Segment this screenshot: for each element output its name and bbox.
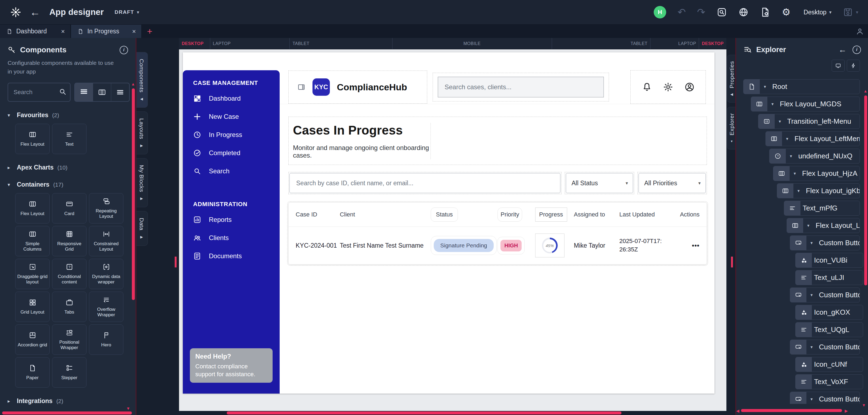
profile-icon[interactable]: [684, 82, 695, 92]
page-head-block[interactable]: Cases In Progress Monitor and manage ong…: [288, 117, 707, 165]
info-icon[interactable]: i: [120, 46, 128, 54]
canvas-resize-handle-left[interactable]: [175, 257, 177, 267]
draft-caret-icon[interactable]: ▾: [137, 9, 139, 15]
app-header-brand-block[interactable]: KYC ComplianceHub: [288, 70, 427, 104]
panel-separator[interactable]: [735, 38, 736, 415]
panel-separator[interactable]: [135, 38, 136, 415]
close-icon[interactable]: ×: [61, 28, 65, 35]
case-search-input[interactable]: [289, 173, 560, 193]
rail-tab-explorer[interactable]: Explorer▾: [727, 107, 736, 150]
component-card-simple-columns[interactable]: Simple Columns: [15, 226, 50, 256]
tree-node-custom-button-wb[interactable]: ▾Custom Button_wB: [790, 288, 860, 302]
tree-node-undefined-nuxq[interactable]: ?▾undefined_NUxQ: [769, 149, 860, 164]
chevron-down-icon[interactable]: ▾: [775, 114, 785, 129]
app-search-input[interactable]: [438, 77, 604, 97]
rail-tab-properties[interactable]: Properties◀: [727, 55, 736, 102]
component-card-stepper[interactable]: Stepper: [52, 357, 87, 388]
undo-icon[interactable]: ↶: [678, 7, 686, 17]
save-icon[interactable]: [843, 7, 853, 18]
component-card-hero[interactable]: Hero: [89, 324, 123, 355]
breakpoint-desktop-6[interactable]: DESKTOP: [699, 38, 726, 49]
chevron-down-icon[interactable]: ▾: [767, 97, 778, 111]
priority-filter-dropdown[interactable]: All Priorities▾: [639, 173, 706, 193]
components-scrollbar-horizontal[interactable]: [2, 412, 132, 414]
tree-node-flex-layout-mgds[interactable]: ▾Flex Layout_MGDS: [751, 97, 860, 111]
device-view-button[interactable]: [832, 60, 845, 72]
chevron-down-icon[interactable]: ▾: [782, 132, 792, 146]
chevron-down-icon[interactable]: ▾: [806, 236, 817, 250]
app-page[interactable]: CASE MANAGEMENTDashboardNew CaseIn Progr…: [183, 52, 714, 393]
sidebar-item-reports[interactable]: Reports: [183, 211, 280, 229]
sidebar-toggle-icon[interactable]: [297, 83, 305, 91]
sidebar-item-in-progress[interactable]: In Progress: [183, 126, 280, 144]
sidebar-item-search[interactable]: Search: [183, 162, 280, 180]
tree-node-text-uqgl[interactable]: Text_UQgL: [795, 322, 863, 337]
canvas-resize-handle-right[interactable]: [731, 257, 733, 267]
component-card-draggable-grid-layout[interactable]: Draggable grid layout: [15, 259, 50, 289]
canvas-scrollbar-horizontal[interactable]: [227, 412, 621, 414]
tab-dashboard[interactable]: Dashboard×: [0, 25, 70, 38]
device-selector[interactable]: Desktop: [804, 9, 827, 16]
grid-view-button[interactable]: [75, 83, 93, 101]
chevron-down-icon[interactable]: ▾: [794, 184, 804, 198]
scroll-down-icon[interactable]: ▼: [862, 403, 866, 407]
breakpoint-laptop-1[interactable]: LAPTOP: [210, 38, 290, 49]
explorer-scrollbar-vertical[interactable]: [864, 95, 867, 285]
rail-tab-my-blocks[interactable]: My Blocks▶: [135, 158, 148, 207]
component-card-tabs[interactable]: Tabs: [52, 292, 87, 322]
save-caret-icon[interactable]: ▾: [856, 9, 858, 15]
breakpoint-laptop-5[interactable]: LAPTOP: [650, 38, 699, 49]
scroll-right-icon[interactable]: ▶: [845, 409, 848, 413]
draft-status-badge[interactable]: DRAFT: [115, 9, 134, 15]
component-card-card[interactable]: Card: [52, 193, 87, 224]
tree-node-icon-gkox[interactable]: Icon_gKOX: [795, 305, 863, 320]
section-header-containers[interactable]: ▾Containers(17): [8, 181, 128, 188]
tree-node-text-mpfg[interactable]: Text_mPfG: [784, 201, 860, 216]
components-scrollbar-vertical[interactable]: [132, 89, 135, 300]
explorer-scrollbar-horizontal[interactable]: [741, 409, 842, 412]
component-card-positional-wrapper[interactable]: Positional Wrapper: [52, 324, 87, 355]
chevron-down-icon[interactable]: ▾: [789, 166, 800, 181]
sidebar-item-dashboard[interactable]: Dashboard: [183, 89, 280, 107]
section-header-favourites[interactable]: ▾Favourites(2): [8, 111, 128, 119]
chevron-down-icon[interactable]: ▾: [803, 218, 813, 233]
sidebar-item-documents[interactable]: Documents: [183, 247, 280, 265]
app-logo-icon[interactable]: [10, 6, 22, 18]
back-arrow-icon[interactable]: ←: [30, 6, 40, 18]
tree-node-flex-layout-leftmenu[interactable]: ▾Flex Layout_LeftMenu: [766, 131, 860, 146]
rail-tab-layouts[interactable]: Layouts▶: [135, 111, 148, 154]
section-header-apex-charts[interactable]: ▸Apex Charts(10): [8, 164, 128, 171]
sidebar-item-completed[interactable]: Completed: [183, 144, 280, 162]
chevron-down-icon[interactable]: ▾: [786, 149, 796, 163]
sidebar-item-clients[interactable]: Clients: [183, 229, 280, 247]
tree-node-flex-layout-igkb[interactable]: ▾Flex Layout_igKb: [777, 183, 860, 198]
component-card-responsive-grid[interactable]: Responsive Grid: [52, 226, 87, 256]
tree-node-custom-button-ct[interactable]: ▾Custom Button_CT:: [790, 392, 860, 404]
breakpoint-desktop-0[interactable]: DESKTOP: [179, 38, 210, 49]
breakpoint-tablet-4[interactable]: TABLET: [552, 38, 650, 49]
redo-icon[interactable]: ↷: [697, 7, 705, 17]
close-icon[interactable]: ×: [132, 28, 136, 35]
section-header-integrations[interactable]: ▸Integrations(2): [8, 397, 128, 405]
notifications-bell-icon[interactable]: [642, 82, 652, 92]
list-view-button[interactable]: [111, 83, 129, 101]
collapse-panel-icon[interactable]: ←: [838, 45, 846, 54]
rail-tab-data[interactable]: Data▶: [135, 211, 148, 246]
globe-icon[interactable]: [738, 7, 749, 18]
component-card-flex-layout[interactable]: Flex Layout: [15, 124, 50, 154]
component-card-repeating-layout[interactable]: Repeating Layout: [89, 193, 123, 224]
tree-node-text-ulji[interactable]: Text_uLJI: [795, 270, 863, 285]
breakpoint-mobile-3[interactable]: MOBILE: [392, 38, 552, 49]
tree-node-flex-layout-hjza[interactable]: ▾Flex Layout_HjzA: [773, 166, 860, 181]
breakpoint-tablet-2[interactable]: TABLET: [289, 38, 392, 49]
chevron-down-icon[interactable]: ▾: [806, 340, 817, 354]
row-actions-button[interactable]: •••: [692, 242, 700, 249]
component-card-flex-layout[interactable]: Flex Layout: [15, 193, 50, 224]
actions-button[interactable]: [847, 60, 860, 72]
chevron-down-icon[interactable]: ▾: [806, 392, 817, 404]
info-icon[interactable]: i: [852, 45, 861, 54]
scroll-up-icon[interactable]: ▲: [131, 82, 135, 86]
chevron-down-icon[interactable]: ▾: [806, 288, 817, 302]
tree-node-custom-button-wlr[interactable]: ▾Custom Button_wlr: [790, 340, 860, 354]
scroll-up-icon[interactable]: ▲: [863, 89, 867, 93]
